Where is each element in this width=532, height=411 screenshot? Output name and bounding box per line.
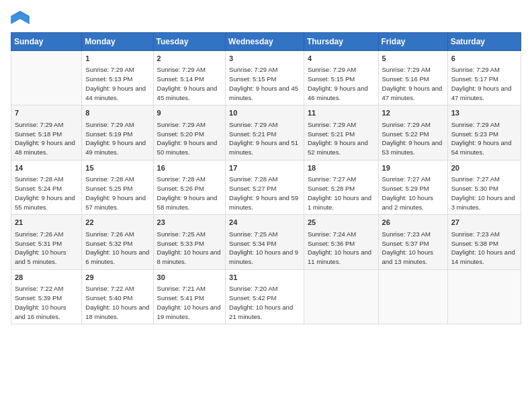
cell-sun-info: Sunrise: 7:27 AMSunset: 5:30 PMDaylight:… xyxy=(451,175,517,212)
cell-week2-day0: 7Sunrise: 7:29 AMSunset: 5:18 PMDaylight… xyxy=(11,105,82,160)
week-row-5: 28Sunrise: 7:22 AMSunset: 5:39 PMDayligh… xyxy=(11,269,521,324)
cell-week1-day6: 6Sunrise: 7:29 AMSunset: 5:17 PMDaylight… xyxy=(447,51,521,105)
cell-week5-day2: 30Sunrise: 7:21 AMSunset: 5:41 PMDayligh… xyxy=(153,269,226,324)
calendar-body: 1Sunrise: 7:29 AMSunset: 5:13 PMDaylight… xyxy=(11,51,521,324)
cell-sun-info: Sunrise: 7:28 AMSunset: 5:24 PMDaylight:… xyxy=(15,175,78,212)
day-number: 31 xyxy=(229,273,300,283)
calendar-header: Sunday Monday Tuesday Wednesday Thursday… xyxy=(11,33,521,51)
cell-week5-day0: 28Sunrise: 7:22 AMSunset: 5:39 PMDayligh… xyxy=(11,269,82,324)
day-number: 30 xyxy=(157,273,222,283)
cell-week5-day4 xyxy=(304,269,378,324)
cell-sun-info: Sunrise: 7:29 AMSunset: 5:21 PMDaylight:… xyxy=(308,120,375,157)
day-number: 6 xyxy=(451,54,517,64)
cell-week1-day5: 5Sunrise: 7:29 AMSunset: 5:16 PMDaylight… xyxy=(378,51,447,105)
day-number: 9 xyxy=(157,108,222,118)
day-number: 21 xyxy=(15,218,78,228)
cell-sun-info: Sunrise: 7:29 AMSunset: 5:14 PMDaylight:… xyxy=(157,65,222,102)
day-number: 18 xyxy=(308,163,375,173)
day-number: 1 xyxy=(85,54,149,64)
calendar-table: Sunday Monday Tuesday Wednesday Thursday… xyxy=(11,32,521,324)
cell-week3-day1: 15Sunrise: 7:28 AMSunset: 5:25 PMDayligh… xyxy=(82,160,153,214)
week-row-3: 14Sunrise: 7:28 AMSunset: 5:24 PMDayligh… xyxy=(11,160,521,214)
days-header-row: Sunday Monday Tuesday Wednesday Thursday… xyxy=(11,33,521,51)
cell-week3-day0: 14Sunrise: 7:28 AMSunset: 5:24 PMDayligh… xyxy=(11,160,82,214)
day-number: 14 xyxy=(15,163,78,173)
cell-sun-info: Sunrise: 7:29 AMSunset: 5:17 PMDaylight:… xyxy=(451,65,517,102)
cell-week1-day1: 1Sunrise: 7:29 AMSunset: 5:13 PMDaylight… xyxy=(82,51,153,105)
cell-sun-info: Sunrise: 7:23 AMSunset: 5:37 PMDaylight:… xyxy=(382,230,444,267)
day-number: 27 xyxy=(451,218,517,228)
day-number: 5 xyxy=(382,54,444,64)
day-number: 12 xyxy=(382,108,444,118)
cell-week1-day3: 3Sunrise: 7:29 AMSunset: 5:15 PMDaylight… xyxy=(226,51,304,105)
cell-week4-day3: 24Sunrise: 7:25 AMSunset: 5:34 PMDayligh… xyxy=(226,215,304,269)
cell-sun-info: Sunrise: 7:20 AMSunset: 5:42 PMDaylight:… xyxy=(229,284,300,321)
cell-week2-day4: 11Sunrise: 7:29 AMSunset: 5:21 PMDayligh… xyxy=(304,105,378,160)
cell-sun-info: Sunrise: 7:22 AMSunset: 5:40 PMDaylight:… xyxy=(85,284,149,321)
header xyxy=(11,11,521,24)
day-number: 23 xyxy=(157,218,222,228)
day-number: 24 xyxy=(229,218,300,228)
cell-sun-info: Sunrise: 7:29 AMSunset: 5:19 PMDaylight:… xyxy=(85,120,149,157)
cell-week3-day4: 18Sunrise: 7:27 AMSunset: 5:28 PMDayligh… xyxy=(304,160,378,214)
cell-week4-day2: 23Sunrise: 7:25 AMSunset: 5:33 PMDayligh… xyxy=(153,215,226,269)
cell-week2-day6: 13Sunrise: 7:29 AMSunset: 5:23 PMDayligh… xyxy=(447,105,521,160)
cell-week4-day4: 25Sunrise: 7:24 AMSunset: 5:36 PMDayligh… xyxy=(304,215,378,269)
cell-sun-info: Sunrise: 7:24 AMSunset: 5:36 PMDaylight:… xyxy=(308,230,375,267)
header-monday: Monday xyxy=(82,33,153,51)
day-number: 4 xyxy=(308,54,375,64)
day-number: 28 xyxy=(15,273,78,283)
cell-week1-day4: 4Sunrise: 7:29 AMSunset: 5:15 PMDaylight… xyxy=(304,51,378,105)
day-number: 3 xyxy=(229,54,300,64)
cell-sun-info: Sunrise: 7:26 AMSunset: 5:32 PMDaylight:… xyxy=(85,230,149,267)
day-number: 16 xyxy=(157,163,222,173)
header-tuesday: Tuesday xyxy=(153,33,226,51)
cell-sun-info: Sunrise: 7:25 AMSunset: 5:33 PMDaylight:… xyxy=(157,230,222,267)
week-row-1: 1Sunrise: 7:29 AMSunset: 5:13 PMDaylight… xyxy=(11,51,521,105)
cell-sun-info: Sunrise: 7:21 AMSunset: 5:41 PMDaylight:… xyxy=(157,284,222,321)
cell-sun-info: Sunrise: 7:28 AMSunset: 5:27 PMDaylight:… xyxy=(229,175,300,212)
cell-sun-info: Sunrise: 7:29 AMSunset: 5:20 PMDaylight:… xyxy=(157,120,222,157)
cell-sun-info: Sunrise: 7:28 AMSunset: 5:25 PMDaylight:… xyxy=(85,175,149,212)
header-friday: Friday xyxy=(378,33,447,51)
cell-week3-day6: 20Sunrise: 7:27 AMSunset: 5:30 PMDayligh… xyxy=(447,160,521,214)
header-sunday: Sunday xyxy=(11,33,82,51)
cell-week2-day2: 9Sunrise: 7:29 AMSunset: 5:20 PMDaylight… xyxy=(153,105,226,160)
cell-sun-info: Sunrise: 7:27 AMSunset: 5:28 PMDaylight:… xyxy=(308,175,375,212)
cell-sun-info: Sunrise: 7:29 AMSunset: 5:16 PMDaylight:… xyxy=(382,65,444,102)
cell-week5-day1: 29Sunrise: 7:22 AMSunset: 5:40 PMDayligh… xyxy=(82,269,153,324)
cell-week1-day2: 2Sunrise: 7:29 AMSunset: 5:14 PMDaylight… xyxy=(153,51,226,105)
week-row-4: 21Sunrise: 7:26 AMSunset: 5:31 PMDayligh… xyxy=(11,215,521,269)
day-number: 20 xyxy=(451,163,517,173)
header-saturday: Saturday xyxy=(447,33,521,51)
day-number: 22 xyxy=(85,218,149,228)
day-number: 17 xyxy=(229,163,300,173)
day-number: 8 xyxy=(85,108,149,118)
cell-week4-day5: 26Sunrise: 7:23 AMSunset: 5:37 PMDayligh… xyxy=(378,215,447,269)
generalblue-logo-icon xyxy=(11,11,30,24)
cell-sun-info: Sunrise: 7:26 AMSunset: 5:31 PMDaylight:… xyxy=(15,230,78,267)
cell-sun-info: Sunrise: 7:29 AMSunset: 5:22 PMDaylight:… xyxy=(382,120,444,157)
day-number: 10 xyxy=(229,108,300,118)
header-wednesday: Wednesday xyxy=(226,33,304,51)
cell-sun-info: Sunrise: 7:29 AMSunset: 5:23 PMDaylight:… xyxy=(451,120,517,157)
cell-week4-day0: 21Sunrise: 7:26 AMSunset: 5:31 PMDayligh… xyxy=(11,215,82,269)
cell-sun-info: Sunrise: 7:29 AMSunset: 5:21 PMDaylight:… xyxy=(229,120,300,157)
cell-week1-day0 xyxy=(11,51,82,105)
cell-sun-info: Sunrise: 7:25 AMSunset: 5:34 PMDaylight:… xyxy=(229,230,300,267)
cell-week2-day3: 10Sunrise: 7:29 AMSunset: 5:21 PMDayligh… xyxy=(226,105,304,160)
day-number: 13 xyxy=(451,108,517,118)
cell-week3-day3: 17Sunrise: 7:28 AMSunset: 5:27 PMDayligh… xyxy=(226,160,304,214)
cell-week5-day5 xyxy=(378,269,447,324)
day-number: 29 xyxy=(85,273,149,283)
cell-sun-info: Sunrise: 7:29 AMSunset: 5:13 PMDaylight:… xyxy=(85,65,149,102)
logo xyxy=(11,11,32,24)
cell-week4-day6: 27Sunrise: 7:23 AMSunset: 5:38 PMDayligh… xyxy=(447,215,521,269)
cell-week5-day3: 31Sunrise: 7:20 AMSunset: 5:42 PMDayligh… xyxy=(226,269,304,324)
day-number: 19 xyxy=(382,163,444,173)
cell-sun-info: Sunrise: 7:29 AMSunset: 5:15 PMDaylight:… xyxy=(308,65,375,102)
cell-week5-day6 xyxy=(447,269,521,324)
day-number: 25 xyxy=(308,218,375,228)
day-number: 26 xyxy=(382,218,444,228)
cell-week3-day2: 16Sunrise: 7:28 AMSunset: 5:26 PMDayligh… xyxy=(153,160,226,214)
